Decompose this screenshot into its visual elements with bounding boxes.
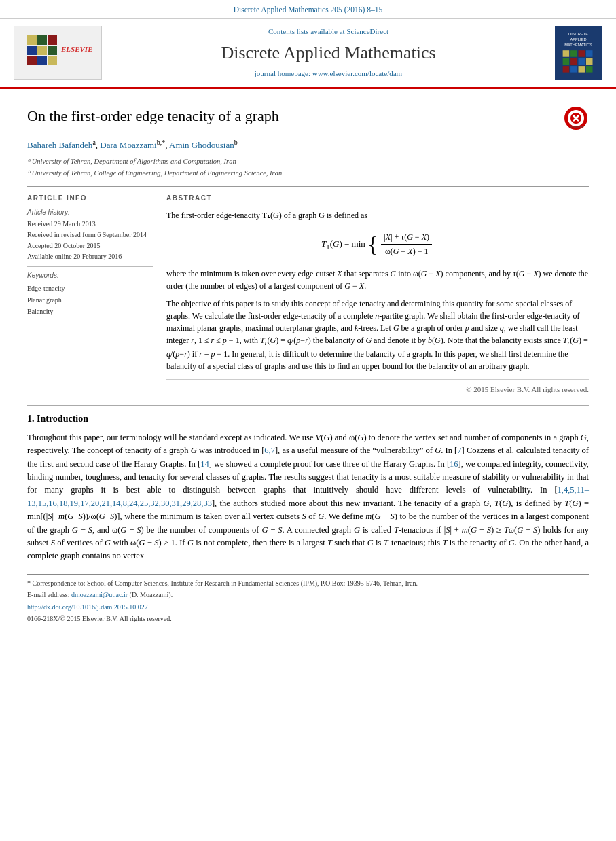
issn-note: 0166-218X/© 2015 Elsevier B.V. All right… [27,614,589,624]
keyword-3: Balancity [27,306,153,317]
contents-label: Contents lists available at [268,27,345,35]
svg-rect-15 [570,50,577,57]
intro-paragraph: Throughout this paper, our terminology w… [27,431,589,563]
author-c: Amin Ghodousian [169,140,234,150]
info-divider [27,266,153,267]
abstract-para1: The first-order edge-tenacity T₁(G) of a… [166,209,589,221]
svg-rect-3 [27,46,37,55]
copyright-line: © 2015 Elsevier B.V. All rights reserved… [166,379,589,395]
svg-rect-20 [579,58,585,65]
svg-text:DISCRETE: DISCRETE [568,32,588,36]
crossmark-badge[interactable]: CrossMark [563,105,589,131]
authors-line: Bahareh Bafandeha, Dara Moazzamib,*, Ami… [27,138,589,152]
section-name: Introduction [37,414,88,424]
paper-title-row: On the first-order edge tenacity of a gr… [27,105,589,131]
journal-citation-text: Discrete Applied Mathematics 205 (2016) … [234,5,382,14]
svg-rect-24 [579,66,585,73]
article-dates: Received 29 March 2013 Received in revis… [27,219,153,262]
svg-rect-23 [570,66,577,73]
svg-text:ELSEVIER: ELSEVIER [60,45,92,53]
journal-title-area: Contents lists available at ScienceDirec… [109,26,548,79]
svg-rect-14 [563,50,570,57]
svg-rect-4 [37,46,47,55]
keyword-2: Planar graph [27,294,153,306]
abstract-column: ABSTRACT The first-order edge-tenacity T… [166,194,589,395]
svg-rect-2 [48,35,57,45]
contents-available-line: Contents lists available at ScienceDirec… [109,26,548,37]
abstract-heading: ABSTRACT [166,194,589,204]
formula-brace: { |X| + τ(G − X) ω(G − X) − 1 [367,228,434,261]
journal-homepage-line: journal homepage: www.elsevier.com/locat… [109,69,548,79]
homepage-label: journal homepage: [255,69,310,77]
svg-rect-16 [579,50,585,57]
svg-rect-17 [586,50,593,57]
section-number: 1. [27,414,35,424]
svg-rect-25 [586,66,593,73]
email-link[interactable]: dmoazzami@ut.ac.ir [71,591,128,598]
section-1-title: 1. Introduction [27,412,589,426]
author-b: Dara Moazzami [100,140,156,150]
author-a: Bahareh Bafandeh [27,140,92,150]
svg-rect-0 [27,35,37,45]
journal-thumbnail: DISCRETE APPLIED MATHEMATICS [555,26,602,80]
affiliation-a: ᵃ University of Tehran, Department of Al… [27,156,589,166]
keywords-label: Keywords: [27,271,153,281]
keyword-1: Edge-tenacity [27,283,153,294]
journal-header: ELSEVIER Contents lists available at Sci… [0,19,616,89]
svg-rect-7 [37,56,47,65]
svg-rect-19 [570,58,577,65]
formula-block: T1(G) = min { |X| + τ(G − X) ω(G − X) − … [166,228,589,261]
svg-text:MATHEMATICS: MATHEMATICS [564,42,592,46]
main-content: On the first-order edge tenacity of a gr… [0,89,616,640]
affiliations: ᵃ University of Tehran, Department of Al… [27,156,589,178]
keywords-list: Edge-tenacity Planar graph Balancity [27,283,153,317]
introduction-section: 1. Introduction Throughout this paper, o… [27,412,589,563]
received-date-1: Received 29 March 2013 [27,219,153,230]
accepted-date: Accepted 20 October 2015 [27,240,153,251]
journal-citation-bar: Discrete Applied Mathematics 205 (2016) … [0,0,616,19]
svg-text:CrossMark: CrossMark [568,125,585,129]
formula-label: T1(G) = min [321,238,365,249]
formula-fraction: |X| + τ(G − X) ω(G − X) − 1 [379,231,434,257]
sciencedirect-link[interactable]: ScienceDirect [346,27,388,35]
abstract-para3: The objective of this paper is to study … [166,298,589,372]
svg-rect-8 [48,56,57,65]
two-column-section: ARTICLE INFO Article history: Received 2… [27,186,589,395]
history-label: Article history: [27,208,153,218]
abstract-text: The first-order edge-tenacity T₁(G) of a… [166,209,589,395]
article-info-column: ARTICLE INFO Article history: Received 2… [27,194,153,395]
publisher-logo-area: ELSEVIER [14,26,102,80]
journal-name: Discrete Applied Mathematics [109,40,548,66]
doi-link[interactable]: http://dx.doi.org/10.1016/j.dam.2015.10.… [27,603,589,613]
received-date-2: Received in revised form 6 September 201… [27,230,153,240]
svg-rect-5 [48,46,57,55]
svg-rect-1 [37,35,47,45]
abstract-para2: where the minimum is taken over every ed… [166,268,589,292]
available-date: Available online 20 February 2016 [27,251,153,262]
homepage-url[interactable]: www.elsevier.com/locate/dam [312,69,402,77]
svg-rect-22 [563,66,570,73]
svg-text:APPLIED: APPLIED [570,37,586,41]
svg-rect-6 [27,56,37,65]
footnote-area: * Correspondence to: School of Computer … [27,574,589,624]
elsevier-logo: ELSEVIER [14,26,102,80]
svg-rect-18 [563,58,570,65]
svg-rect-21 [586,58,593,65]
article-info-heading: ARTICLE INFO [27,194,153,204]
affiliation-b: ᵇ University of Tehran, College of Engin… [27,168,589,178]
footnote-star: * Correspondence to: School of Computer … [27,579,589,589]
paper-title: On the first-order edge tenacity of a gr… [27,105,556,127]
footnote-email: E-mail address: dmoazzami@ut.ac.ir (D. M… [27,590,589,601]
section-divider [27,405,589,406]
